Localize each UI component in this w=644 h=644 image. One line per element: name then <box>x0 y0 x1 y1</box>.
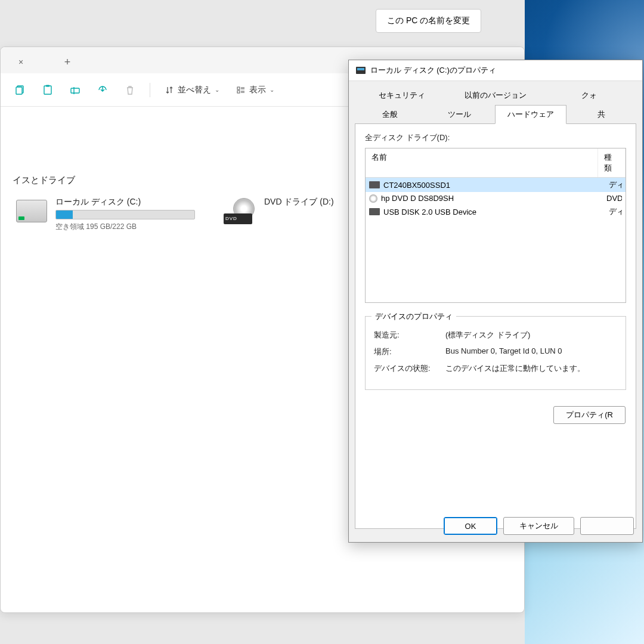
toolbar-separator <box>150 83 150 97</box>
disk-icon <box>369 181 380 188</box>
chevron-down-icon: ⌄ <box>270 86 274 93</box>
dvd-icon <box>369 194 377 203</box>
cancel-button[interactable]: キャンセル <box>503 517 574 535</box>
dialog-content: 全ディスク ドライブ(D): 名前 種類 CT240BX500SSD1 ディスク… <box>355 123 636 529</box>
rename-pc-button[interactable]: この PC の名前を変更 <box>376 9 481 33</box>
svg-rect-2 <box>44 86 51 94</box>
location-value: Bus Number 0, Target Id 0, LUN 0 <box>445 346 617 357</box>
svg-rect-6 <box>237 91 240 93</box>
tab-close-button[interactable]: × <box>13 54 29 70</box>
view-icon <box>236 85 246 95</box>
svg-rect-5 <box>237 87 240 89</box>
item-name: hp DVD D DS8D9SH <box>381 194 606 203</box>
chevron-down-icon: ⌄ <box>215 86 219 93</box>
status-label: デバイスの状態: <box>374 363 445 374</box>
item-type: ディスク ドライ <box>609 206 622 217</box>
share-icon[interactable] <box>91 79 114 101</box>
tab-quota[interactable]: クォ <box>543 86 636 105</box>
dialog-tabs: セキュリティ 以前のバージョン クォ 全般 ツール ハードウェア 共 <box>349 81 642 124</box>
svg-rect-3 <box>46 85 49 86</box>
local-disk-c-item[interactable]: ローカル ディスク (C:) 空き領域 195 GB/222 GB <box>13 194 197 234</box>
drive-icon <box>356 67 366 74</box>
sort-label: 並べ替え <box>178 85 211 95</box>
apply-button[interactable] <box>580 517 634 535</box>
tab-security[interactable]: セキュリティ <box>355 86 448 105</box>
item-type: ディスク ドライ <box>609 179 622 190</box>
dialog-titlebar[interactable]: ローカル ディスク (C:)のプロパティ <box>349 60 642 81</box>
all-drives-label: 全ディスク ドライブ(D): <box>365 132 626 143</box>
tab-hardware[interactable]: ハードウェア <box>495 105 566 124</box>
tab-tools[interactable]: ツール <box>425 105 494 124</box>
sort-icon <box>165 85 174 95</box>
dialog-title: ローカル ディスク (C:)のプロパティ <box>370 65 496 76</box>
disk-icon <box>369 208 380 215</box>
tab-sharing[interactable]: 共 <box>566 105 636 124</box>
col-name[interactable]: 名前 <box>366 148 598 177</box>
disk-icon <box>15 197 48 225</box>
new-tab-button[interactable]: + <box>59 54 76 70</box>
manufacturer-label: 製造元: <box>374 330 445 340</box>
copy-icon[interactable] <box>9 79 32 101</box>
list-header: 名前 種類 <box>366 148 626 178</box>
drive-list[interactable]: 名前 種類 CT240BX500SSD1 ディスク ドライ hp DVD D D… <box>365 148 626 303</box>
tab-general[interactable]: 全般 <box>355 105 425 124</box>
item-name: USB DISK 2.0 USB Device <box>383 208 609 216</box>
disk-properties-dialog: ローカル ディスク (C:)のプロパティ セキュリティ 以前のバージョン クォ … <box>348 60 643 543</box>
svg-rect-4 <box>71 88 79 93</box>
tab-previous-versions[interactable]: 以前のバージョン <box>448 86 542 105</box>
manufacturer-value: (標準ディスク ドライブ) <box>445 330 617 340</box>
dvd-icon <box>224 197 257 225</box>
view-button[interactable]: 表示 ⌄ <box>230 81 280 99</box>
item-type: DVD/CD-RO <box>606 194 622 203</box>
list-item[interactable]: CT240BX500SSD1 ディスク ドライ <box>366 178 626 192</box>
capacity-bar <box>55 210 195 219</box>
section-title: イスとドライブ <box>13 175 75 186</box>
drive-name: ローカル ディスク (C:) <box>55 197 195 208</box>
item-name: CT240BX500SSD1 <box>383 181 609 190</box>
ok-button[interactable]: OK <box>444 517 497 535</box>
rename-icon[interactable] <box>64 79 86 101</box>
list-item[interactable]: USB DISK 2.0 USB Device ディスク ドライ <box>366 205 626 219</box>
paste-icon[interactable] <box>36 79 59 101</box>
svg-rect-1 <box>16 87 22 94</box>
device-properties-button[interactable]: プロパティ(R <box>553 406 626 424</box>
drive-free-space: 空き領域 195 GB/222 GB <box>55 222 195 232</box>
view-label: 表示 <box>249 85 266 95</box>
col-type[interactable]: 種類 <box>598 148 626 177</box>
group-legend: デバイスのプロパティ <box>371 311 456 322</box>
location-label: 場所: <box>374 346 445 357</box>
list-item[interactable]: hp DVD D DS8D9SH DVD/CD-RO <box>366 192 626 205</box>
dialog-buttons: OK キャンセル <box>444 517 634 535</box>
device-properties-group: デバイスのプロパティ 製造元: (標準ディスク ドライブ) 場所: Bus Nu… <box>365 316 626 390</box>
sort-button[interactable]: 並べ替え ⌄ <box>159 81 225 99</box>
status-value: このデバイスは正常に動作しています。 <box>445 363 617 374</box>
delete-icon[interactable] <box>119 79 141 101</box>
